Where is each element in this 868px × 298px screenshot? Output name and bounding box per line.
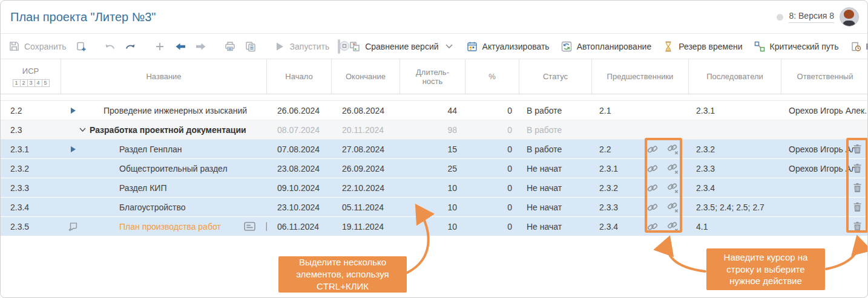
copy-button[interactable] (245, 40, 257, 53)
actualize-label: Актуализировать (482, 42, 550, 51)
trash-icon[interactable] (853, 144, 862, 154)
wbs-value: 2.2 (1, 101, 61, 120)
status-value: Не начат (519, 178, 592, 197)
task-name: Проведение инженерных изысканий (104, 106, 247, 115)
column-header-succ[interactable]: Последователи (689, 59, 781, 94)
chain-link-icon[interactable] (647, 163, 658, 174)
plus-icon (154, 40, 166, 53)
duration-value: 10 (400, 178, 465, 197)
run-mode-toggle[interactable] (338, 39, 340, 54)
add-row-button[interactable] (154, 40, 166, 53)
run-label: Запустить (290, 42, 330, 51)
end-date: 26.09.2024 (332, 159, 400, 178)
chain-link-icon[interactable] (647, 183, 658, 193)
status-value: Не начат (519, 217, 592, 236)
resources-button[interactable]: Ресурсы (850, 40, 868, 53)
chain-link-icon[interactable] (647, 144, 658, 155)
undo-arrow-icon (104, 40, 116, 53)
level-button-5[interactable]: 5 (42, 79, 50, 87)
auto-refresh-icon (561, 40, 573, 53)
table-row[interactable]: 2.3.5 План производства работ 06.11.2024… (1, 217, 867, 236)
undo-button[interactable] (104, 40, 116, 53)
link-actions (647, 163, 679, 174)
project-plan-window: План проекта "Литер №3" 8: Версия 8 Сохр… (0, 0, 868, 298)
table-row-group[interactable]: 2.3 Разработка проектной документации 08… (1, 120, 867, 140)
actualize-button[interactable]: Актуализировать (466, 40, 550, 53)
duration-value: 44 (400, 101, 465, 120)
column-header-duration[interactable]: Длитель-ность (400, 59, 465, 94)
task-name-link[interactable]: План производства работ (119, 222, 221, 232)
save-label: Сохранить (24, 42, 67, 51)
callout-multi-select: Выделите несколько элементов, используя … (278, 256, 407, 293)
table-row[interactable]: 2.3.3 Раздел КИП 09.10.2024 22.10.2024 1… (1, 178, 867, 198)
wbs-value: 2.3.3 (1, 178, 61, 197)
wbs-header-label: ИСР (22, 66, 39, 76)
chain-link-icon[interactable] (647, 202, 658, 213)
successors-value: 2.3.2 (689, 140, 781, 158)
trash-icon[interactable] (853, 221, 862, 232)
task-name: Раздел КИП (119, 183, 166, 193)
critical-path-button[interactable]: Критический путь (754, 40, 839, 53)
table-row[interactable]: 2.3.1 Раздел Генплан 07.08.2024 27.08.20… (1, 140, 867, 159)
user-avatar[interactable] (840, 7, 859, 27)
column-header-percent[interactable]: % (465, 59, 519, 94)
flag-plus-icon[interactable] (61, 221, 85, 232)
column-header-status[interactable]: Статус (519, 59, 592, 94)
table-row[interactable]: 2.2 Проведение инженерных изысканий 26.0… (1, 101, 867, 120)
start-date: 08.07.2024 (267, 120, 332, 139)
wbs-value: 2.3.5 (1, 217, 61, 236)
copy-icon (245, 40, 257, 53)
title-bar: План проекта "Литер №3" 8: Версия 8 (1, 1, 867, 34)
column-header-end[interactable]: Окончание (332, 59, 400, 94)
column-header-start[interactable]: Начало (267, 59, 332, 94)
autoplan-label: Автопланирование (577, 42, 652, 51)
predecessors-value: 2.3.3 (599, 202, 618, 212)
time-reserve-button[interactable]: Резерв времени (662, 40, 742, 53)
save-button[interactable]: Сохранить (8, 40, 67, 53)
compare-versions-button[interactable]: Сравнение версий (349, 40, 455, 53)
compare-versions-icon (349, 40, 361, 53)
link-actions (647, 221, 679, 232)
percent-value: 0 (465, 101, 519, 120)
column-header-wbs[interactable]: ИСР 1 2 3 4 5 (1, 59, 61, 94)
column-header-name[interactable]: Название (61, 59, 267, 94)
trash-icon[interactable] (853, 202, 862, 212)
autoplan-button[interactable]: Автопланирование (561, 40, 652, 53)
status-value: В работе (519, 140, 592, 158)
chain-unlink-icon[interactable] (668, 163, 679, 174)
end-date: 05.11.2024 (332, 198, 400, 216)
end-date: 27.08.2024 (332, 140, 400, 158)
end-date: 20.11.2024 (332, 120, 400, 139)
trash-icon[interactable] (853, 163, 862, 173)
hourglass-icon (662, 40, 674, 53)
chain-link-icon[interactable] (647, 221, 658, 232)
trash-icon[interactable] (853, 183, 862, 193)
column-header-resp[interactable]: Ответственный (781, 59, 868, 94)
chain-unlink-icon[interactable] (668, 221, 679, 232)
expand-toggle[interactable] (61, 146, 85, 152)
card-icon[interactable] (244, 222, 255, 231)
status-dot (777, 14, 783, 21)
status-value: Не начат (519, 159, 592, 178)
predecessors-value: 2.2 (599, 144, 611, 154)
percent-value: 0 (465, 120, 519, 139)
column-header-pred[interactable]: Предшественники (592, 59, 689, 94)
wbs-value: 2.3.4 (1, 198, 61, 216)
redo-button[interactable] (125, 40, 137, 53)
chain-unlink-icon[interactable] (668, 182, 679, 193)
successors-value: 4.1 (689, 217, 781, 236)
indent-button[interactable] (195, 40, 207, 53)
percent-value: 0 (465, 198, 519, 216)
chain-unlink-icon[interactable] (668, 143, 679, 155)
outdent-button[interactable] (174, 40, 186, 53)
copy-structure-button[interactable] (75, 40, 87, 53)
version-selector[interactable]: 8: Версия 8 (789, 11, 834, 23)
chevron-down-icon[interactable] (79, 128, 86, 132)
expand-toggle[interactable] (61, 108, 85, 114)
print-button[interactable] (224, 40, 236, 53)
table-row[interactable]: 2.3.4 Благоустройство 23.10.2024 05.11.2… (1, 198, 867, 217)
table-row[interactable]: 2.3.2 Общестроительный раздел 23.08.2024… (1, 159, 867, 178)
chain-unlink-icon[interactable] (668, 201, 679, 213)
clipped-scrolled-row (1, 94, 867, 101)
run-button[interactable]: Запустить (274, 40, 330, 53)
